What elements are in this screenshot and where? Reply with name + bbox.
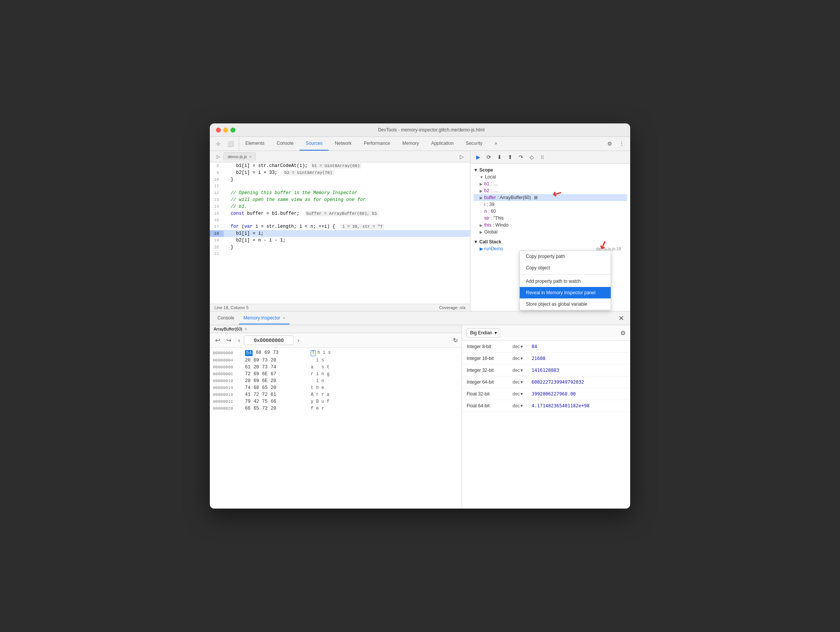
scope-buffer[interactable]: ▶ buffer : ArrayBuffer(60) ⊞ xyxy=(474,194,627,201)
tab-network[interactable]: Network xyxy=(329,137,358,151)
endian-selector[interactable]: Big Endian ▾ xyxy=(467,328,500,337)
mem-row-8: 00000020 66 65 72 20 f e r xyxy=(213,405,459,412)
address-input[interactable] xyxy=(244,335,294,345)
code-line-10: 10 } xyxy=(210,176,470,183)
step-out-btn[interactable]: ⬆ xyxy=(506,152,515,162)
code-line-9: 9 b2[i] = i + 33; b2 = Uint8Array(70) xyxy=(210,169,470,176)
code-line-17: 17 for (var i = str.length; i < n; ++i) … xyxy=(210,223,470,230)
tab-security[interactable]: Security xyxy=(460,137,488,151)
local-header[interactable]: ▼ Local xyxy=(474,173,627,180)
mem-row-4: 00000010 20 69 6E 20 i n xyxy=(213,378,459,384)
reload-btn[interactable]: ↻ xyxy=(453,337,458,344)
memory-tab-close[interactable]: × xyxy=(283,316,285,320)
window-title: DevTools - memory-inspector.glitch.me/de… xyxy=(238,127,624,133)
mem-toolbar: ↩ ↪ ‹ › ↻ xyxy=(210,333,462,348)
close-button[interactable] xyxy=(216,128,221,133)
mem-forward-btn[interactable]: ↪ xyxy=(225,336,233,345)
ctx-store-global[interactable]: Store object as global variable xyxy=(520,298,611,310)
scope-header[interactable]: ▼ Scope xyxy=(474,167,627,173)
ctx-copy-object[interactable]: Copy object xyxy=(520,262,611,274)
bottom-tab-console[interactable]: Console xyxy=(213,312,239,324)
step-into-btn[interactable]: ⬇ xyxy=(495,152,504,162)
ctx-reveal-memory[interactable]: Reveal in Memory Inspector panel xyxy=(520,287,611,298)
source-expand-icon[interactable]: ▷ xyxy=(456,151,467,162)
source-tab-close-icon[interactable]: × xyxy=(249,155,251,159)
tab-console[interactable]: Console xyxy=(271,137,300,151)
mem-back-btn[interactable]: ↩ xyxy=(214,336,222,345)
step-over-btn[interactable]: ⟳ xyxy=(484,152,493,162)
fmt-chevron-icon: ▾ xyxy=(521,368,523,373)
resume-btn[interactable]: ▶ xyxy=(474,152,483,162)
mem-row-6: 00000018 41 72 72 61 A r r a xyxy=(213,391,459,398)
bottom-area: Console Memory Inspector × ✕ ArrayBuffer… xyxy=(210,311,630,509)
endian-chevron-icon: ▾ xyxy=(495,330,497,335)
code-line-18: 18 b1[i] = i; xyxy=(210,230,470,237)
array-buffer-label: ArrayBuffer(60) xyxy=(214,327,242,331)
cursor-position: Line 18, Column 5 xyxy=(214,305,248,310)
settings-icon[interactable]: ⚙ xyxy=(604,138,615,149)
scope-str[interactable]: str : "This xyxy=(474,215,627,222)
scope-this[interactable]: ▶ this : Windo xyxy=(474,222,627,228)
code-line-19: 19 b2[i] = n - i - 1; xyxy=(210,237,470,244)
data-row-float64: Float 64-bit dec ▾ 4.171482365401182e+98 xyxy=(462,400,630,412)
bottom-panel-close[interactable]: ✕ xyxy=(615,314,627,322)
breakpoints-btn[interactable]: ◇ xyxy=(527,152,536,162)
header-right-icons: ⚙ ⋮ xyxy=(601,137,630,151)
tab-application[interactable]: Application xyxy=(425,137,460,151)
tab-performance[interactable]: Performance xyxy=(358,137,396,151)
code-line-8: 8 b1[i] = str.charCodeAt(i); b1 = Uint8A… xyxy=(210,162,470,169)
data-row-int8: Integer 8-bit dec ▾ 84 xyxy=(462,341,630,353)
source-status-bar: Line 18, Column 5 Coverage: n/a xyxy=(210,304,470,311)
memory-icon[interactable]: ⊞ xyxy=(534,195,538,200)
tab-sources[interactable]: Sources xyxy=(300,137,329,151)
scope-b2[interactable]: ▶ b2 : … xyxy=(474,187,627,194)
code-line-20: 20 } xyxy=(210,244,470,251)
tab-more[interactable]: » xyxy=(488,137,503,151)
address-navigator: ‹ › xyxy=(236,335,302,345)
hex-content: 00000000 54 68 69 73 T h i s xyxy=(210,348,462,509)
tab-elements[interactable]: Elements xyxy=(239,137,271,151)
scope-i[interactable]: i : 39 xyxy=(474,201,627,208)
prev-addr-btn[interactable]: ‹ xyxy=(236,336,242,345)
ctx-copy-path[interactable]: Copy property path xyxy=(520,251,611,262)
mem-row-0: 00000000 54 68 69 73 T h i s xyxy=(213,349,459,357)
fmt-chevron-icon: ▾ xyxy=(521,344,523,349)
source-file-tab[interactable]: demo-js.js × xyxy=(224,152,256,160)
array-buffer-close[interactable]: × xyxy=(245,327,247,331)
maximize-button[interactable] xyxy=(230,128,235,133)
data-inspector-settings-icon[interactable]: ⚙ xyxy=(620,329,626,337)
scope-n[interactable]: n : 60 xyxy=(474,208,627,215)
code-line-16: 16 xyxy=(210,217,470,224)
bottom-tab-bar: Console Memory Inspector × ✕ xyxy=(210,311,630,325)
pause-btn[interactable]: ⏸ xyxy=(538,152,547,162)
source-nav-icon[interactable]: ▷ xyxy=(213,151,224,162)
devtools-header: ⊹ ⬜ Elements Console Sources Network Per… xyxy=(210,137,630,151)
minimize-button[interactable] xyxy=(223,128,228,133)
global-header[interactable]: ▶ Global xyxy=(474,228,627,235)
scope-b1[interactable]: ▶ b1 : … xyxy=(474,180,627,187)
code-line-11: 11 xyxy=(210,183,470,190)
cursor-icon[interactable]: ⊹ xyxy=(213,138,224,149)
memory-inspector-panel: ArrayBuffer(60) × ↩ ↪ ‹ › ↻ 000 xyxy=(210,325,630,509)
data-row-int16: Integer 16-bit dec ▾ 21608 xyxy=(462,353,630,365)
device-icon[interactable]: ⬜ xyxy=(225,138,236,149)
scope-section: ▼ Scope ▼ Local ▶ b1 : … ▶ b2 : … xyxy=(474,167,627,235)
call-stack-header[interactable]: ▼ Call Stack xyxy=(474,238,627,245)
step-btn[interactable]: ↷ xyxy=(516,152,525,162)
bottom-tab-memory-inspector[interactable]: Memory Inspector × xyxy=(239,312,290,324)
mem-row-5: 00000014 74 68 65 20 t h e xyxy=(213,384,459,391)
code-line-21: 21 xyxy=(210,251,470,257)
debug-panel: ▶ ⟳ ⬇ ⬆ ↷ ◇ ⏸ ▼ Scope ▼ Local ▶ b1 xyxy=(470,151,630,311)
ctx-divider-1 xyxy=(520,274,611,275)
title-bar: DevTools - memory-inspector.glitch.me/de… xyxy=(210,123,630,137)
more-icon[interactable]: ⋮ xyxy=(616,138,627,149)
tab-memory[interactable]: Memory xyxy=(396,137,425,151)
next-addr-btn[interactable]: › xyxy=(295,336,302,345)
main-area: ▷ demo-js.js × ▷ 8 b1[i] = str.charCodeA… xyxy=(210,151,630,311)
code-line-12: 12 // Opening this buffer in the Memory … xyxy=(210,190,470,196)
mem-row-3: 0000000C 72 69 6E 67 r i n g xyxy=(213,371,459,378)
data-table: Integer 8-bit dec ▾ 84 Integer 16-bit de… xyxy=(462,341,630,509)
ctx-add-watch[interactable]: Add property path to watch xyxy=(520,275,611,287)
traffic-lights xyxy=(216,128,235,133)
mem-byte-selected[interactable]: 54 xyxy=(245,350,253,356)
